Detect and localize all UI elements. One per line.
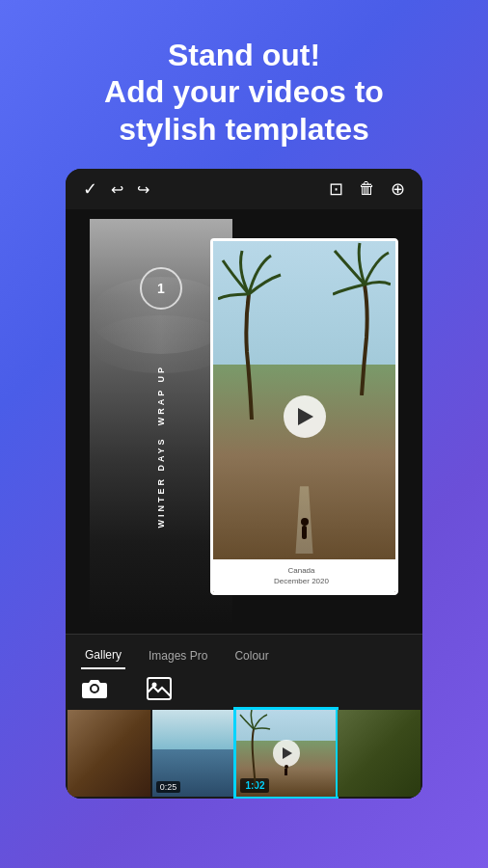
camera-icon	[81, 677, 108, 700]
toolbar-right: ⊡ 🗑 ⊕	[329, 178, 405, 200]
header-line1: Stand out!	[168, 38, 320, 72]
gallery-item-1[interactable]	[68, 710, 150, 797]
gallery-item-2[interactable]: 0:25	[152, 710, 235, 797]
bottom-tabs: Gallery Images Pro Colour	[66, 634, 422, 669]
header-line2: Add your videos to	[104, 74, 384, 109]
gallery-item-3[interactable]: 1:02	[236, 710, 336, 797]
palm-tree-left	[218, 246, 285, 420]
camera-button[interactable]	[81, 677, 108, 700]
vertical-text: WINTER DAYS WRAP UP	[156, 365, 166, 529]
caption-line1: Canada	[217, 565, 386, 576]
undo-icon[interactable]: ↩	[111, 180, 123, 199]
editor-frame: ✓ ↩ ↪ ⊡ 🗑 ⊕ 1	[66, 169, 422, 799]
canvas-area: 1 WINTER DAYS WRAP UP	[66, 209, 422, 634]
circle-badge: 1	[140, 267, 182, 310]
play-button[interactable]	[284, 395, 326, 438]
template-container: 1 WINTER DAYS WRAP UP	[90, 219, 398, 624]
more-icon[interactable]: ⊕	[391, 178, 405, 200]
palm-tree-right	[333, 241, 391, 395]
tab-images-pro[interactable]: Images Pro	[145, 643, 211, 668]
toolbar: ✓ ↩ ↪ ⊡ 🗑 ⊕	[66, 169, 422, 209]
tab-gallery[interactable]: Gallery	[81, 642, 125, 669]
gallery-row: 0:25	[66, 708, 422, 799]
header-line3: stylish templates	[119, 112, 369, 147]
caption-line2: December 2020	[217, 576, 386, 586]
gallery-item-4[interactable]	[338, 710, 420, 797]
video-background	[213, 241, 395, 592]
thumb-play-button-3[interactable]	[273, 740, 300, 767]
redo-icon[interactable]: ↪	[137, 180, 149, 199]
video-panel[interactable]: ↻ Canada December 2020	[210, 238, 398, 595]
play-triangle-icon	[298, 408, 313, 425]
check-icon[interactable]: ✓	[83, 178, 97, 200]
crop-icon[interactable]: ⊡	[329, 178, 343, 200]
image-icon	[147, 677, 172, 700]
video-duration-2: 0:25	[156, 781, 181, 793]
tab-colour[interactable]: Colour	[230, 643, 272, 668]
refresh-icon[interactable]: ↻	[397, 517, 398, 542]
delete-icon[interactable]: 🗑	[359, 179, 375, 199]
caption-area: Canada December 2020	[210, 559, 395, 592]
icon-row	[66, 669, 422, 708]
image-button[interactable]	[147, 677, 172, 700]
toolbar-left: ✓ ↩ ↪	[83, 178, 149, 200]
header-section: Stand out! Add your videos to stylish te…	[66, 37, 422, 148]
